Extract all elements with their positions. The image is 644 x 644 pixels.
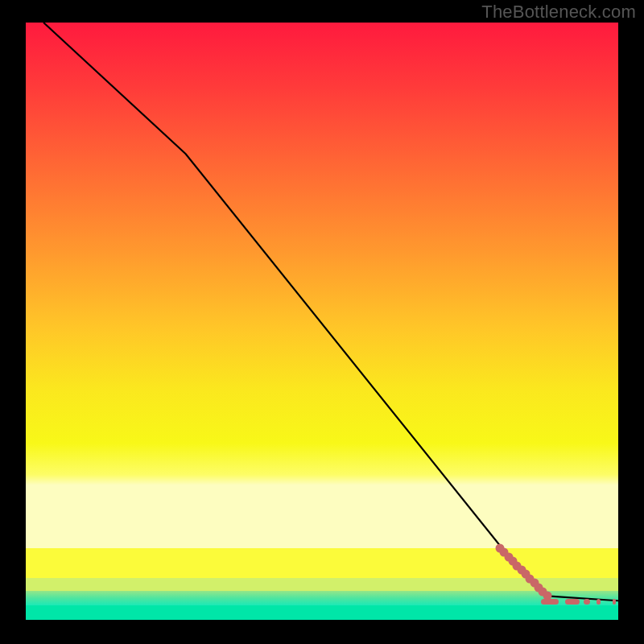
watermark-text: TheBottleneck.com [481, 2, 636, 23]
baseline-markers [26, 23, 618, 620]
baseline-segment [613, 599, 616, 605]
baseline-segment [565, 599, 580, 605]
baseline-segment [597, 599, 601, 605]
baseline-segment [541, 599, 559, 605]
plot-area [26, 23, 618, 620]
baseline-segment [584, 599, 589, 605]
